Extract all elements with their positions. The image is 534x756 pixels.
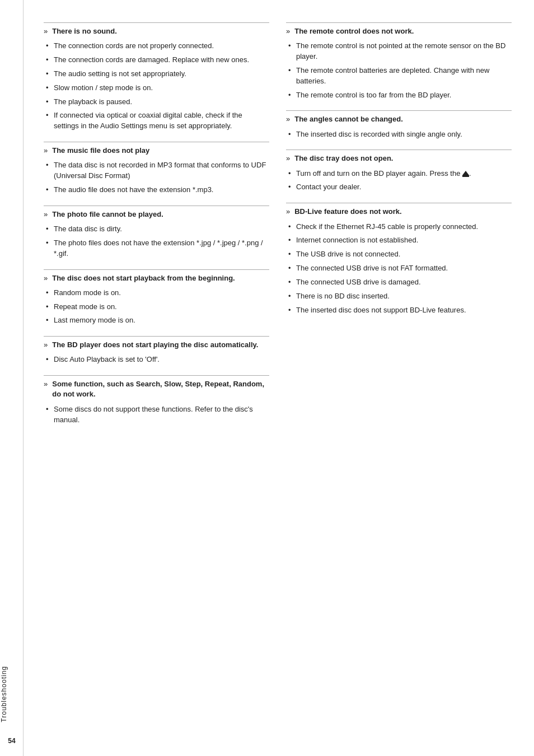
section-header-angles-no-change: »The angles cannot be changed. [286, 110, 512, 124]
sidebar: Troubleshooting 54 [0, 0, 24, 756]
bullet-list: Check if the Ethernet RJ-45 cable is pro… [288, 222, 512, 316]
list-item: The connection cords are not properly co… [46, 41, 269, 52]
list-item: Contact your dealer. [288, 182, 512, 193]
section-header-bd-live-no-work: »BD-Live feature does not work. [286, 203, 512, 217]
section-title: The remote control does not work. [294, 26, 414, 36]
chevron-icon: » [44, 146, 48, 155]
page-number: 54 [0, 737, 24, 745]
bullet-list: The inserted disc is recorded with singl… [288, 129, 512, 140]
list-item: Check if the Ethernet RJ-45 cable is pro… [288, 222, 512, 232]
section-title: The disc does not start playback from th… [52, 273, 235, 283]
bullet-list: The data disc is dirty.The photo files d… [46, 224, 269, 259]
chevron-icon: » [44, 380, 48, 388]
list-item: Some discs do not support these function… [46, 404, 269, 426]
section-title: The angles cannot be changed. [294, 114, 403, 124]
bullet-list: The connection cords are not properly co… [46, 41, 269, 132]
list-item: The inserted disc does not support BD-Li… [288, 305, 512, 316]
section-disc-no-start: »The disc does not start playback from t… [44, 269, 269, 326]
list-item: The connection cords are damaged. Replac… [46, 55, 269, 66]
list-item: Turn off and turn on the BD player again… [288, 169, 512, 179]
bullet-list: The remote control is not pointed at the… [288, 41, 512, 100]
section-angles-no-change: »The angles cannot be changed.The insert… [286, 110, 512, 139]
section-disc-tray-no-open: »The disc tray does not open.Turn off an… [286, 150, 512, 193]
list-item: The inserted disc is recorded with singl… [288, 129, 512, 140]
section-music-no-play: »The music file does not playThe data di… [44, 142, 269, 195]
chevron-icon: » [286, 115, 290, 123]
list-item: The remote control is not pointed at the… [288, 41, 512, 62]
section-title: Some function, such as Search, Slow, Ste… [52, 379, 269, 399]
main-content: »There is no sound.The connection cords … [24, 0, 534, 756]
section-header-function-no-work: »Some function, such as Search, Slow, St… [44, 375, 269, 399]
section-title: The disc tray does not open. [294, 153, 393, 164]
list-item: Disc Auto Playback is set to 'Off'. [46, 354, 269, 365]
eject-icon [462, 171, 469, 175]
bullet-list: Disc Auto Playback is set to 'Off'. [46, 354, 269, 365]
list-item: The connected USB drive is not FAT forma… [288, 263, 512, 274]
section-header-no-sound: »There is no sound. [44, 22, 269, 36]
page-wrapper: Troubleshooting 54 »There is no sound.Th… [0, 0, 534, 756]
list-item: The data disc is not recorded in MP3 for… [46, 160, 269, 181]
list-item: Last memory mode is on. [46, 315, 269, 326]
list-item: Repeat mode is on. [46, 302, 269, 312]
section-header-disc-tray-no-open: »The disc tray does not open. [286, 150, 512, 164]
left-column: »There is no sound.The connection cords … [44, 22, 269, 734]
section-header-bd-no-auto: »The BD player does not start playing th… [44, 336, 269, 350]
list-item: Slow motion / step mode is on. [46, 83, 269, 94]
section-header-photo-no-play: »The photo file cannot be played. [44, 206, 269, 220]
bullet-list: Turn off and turn on the BD player again… [288, 169, 512, 193]
chevron-icon: » [286, 154, 290, 162]
list-item: The remote control is too far from the B… [288, 90, 512, 101]
section-title: BD-Live feature does not work. [294, 207, 401, 217]
chevron-icon: » [44, 340, 48, 349]
chevron-icon: » [44, 274, 48, 282]
list-item: The data disc is dirty. [46, 224, 269, 235]
list-item: The connected USB drive is damaged. [288, 277, 512, 288]
list-item: The playback is paused. [46, 97, 269, 108]
section-no-sound: »There is no sound.The connection cords … [44, 22, 269, 132]
list-item: The audio file does not have the extensi… [46, 185, 269, 195]
right-column: »The remote control does not work.The re… [286, 22, 512, 734]
list-item: There is no BD disc inserted. [288, 291, 512, 302]
sidebar-label: Troubleshooting [0, 666, 12, 722]
section-title: There is no sound. [52, 26, 117, 36]
section-bd-no-auto: »The BD player does not start playing th… [44, 336, 269, 365]
section-title: The music file does not play [52, 146, 149, 156]
bullet-list: Some discs do not support these function… [46, 404, 269, 426]
list-item: The photo files does not have the extens… [46, 238, 269, 259]
section-bd-live-no-work: »BD-Live feature does not work.Check if … [286, 203, 512, 315]
chevron-icon: » [44, 210, 48, 218]
list-item: If connected via optical or coaxial digi… [46, 110, 269, 132]
section-header-disc-no-start: »The disc does not start playback from t… [44, 269, 269, 283]
section-photo-no-play: »The photo file cannot be played.The dat… [44, 206, 269, 259]
list-item: The audio setting is not set appropriate… [46, 69, 269, 80]
list-item: Internet connection is not established. [288, 235, 512, 246]
section-remote-no-work: »The remote control does not work.The re… [286, 22, 512, 100]
chevron-icon: » [44, 27, 48, 35]
chevron-icon: » [286, 207, 290, 216]
bullet-list: The data disc is not recorded in MP3 for… [46, 160, 269, 195]
section-header-remote-no-work: »The remote control does not work. [286, 22, 512, 36]
list-item: The USB drive is not connected. [288, 249, 512, 260]
list-item: The remote control batteries are deplete… [288, 66, 512, 87]
list-item: Random mode is on. [46, 288, 269, 298]
section-title: The BD player does not start playing the… [52, 340, 258, 350]
section-function-no-work: »Some function, such as Search, Slow, St… [44, 375, 269, 425]
section-title: The photo file cannot be played. [52, 209, 163, 220]
bullet-list: Random mode is on.Repeat mode is on.Last… [46, 288, 269, 326]
chevron-icon: » [286, 27, 290, 35]
section-header-music-no-play: »The music file does not play [44, 142, 269, 156]
